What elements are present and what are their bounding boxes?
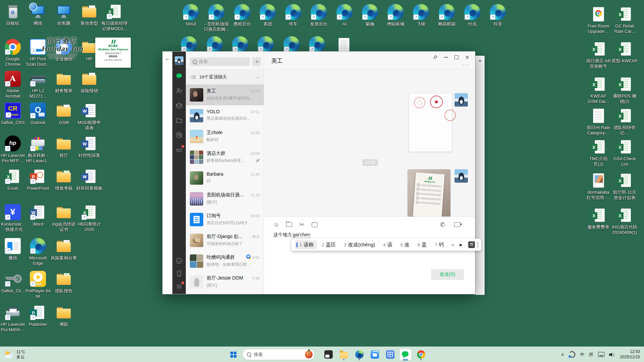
sender-avatar[interactable]	[454, 169, 468, 183]
emoji-icon[interactable]: ☺	[273, 221, 280, 228]
holiday-inn-express-card-icon[interactable]: H 假日酒店 Holiday Inn Express 洲际酒店集团旗下 贵阳机场…	[95, 38, 131, 68]
edge-shortcut-1-icon: ↗	[183, 4, 199, 20]
edge-shortcut-b3-icon: ↗	[232, 36, 248, 52]
chat-history-icon[interactable]	[311, 221, 318, 228]
add-button[interactable]: ＋	[252, 57, 261, 66]
chat-item-10[interactable]: 前厅-Jessie DOM9:48[图片]	[186, 272, 264, 292]
pinned-chats-header[interactable]: 16个置顶聊天	[186, 70, 264, 84]
sender-avatar[interactable]	[454, 93, 468, 107]
more-options-button[interactable]: ···	[463, 62, 470, 67]
ime-candidate-3[interactable]: 3改成(chéng)	[340, 240, 378, 249]
chats-icon[interactable]	[175, 72, 183, 80]
taskbar-app-edge[interactable]	[354, 349, 365, 360]
ime-mode-indicator[interactable]: 拼	[589, 352, 593, 358]
message-input[interactable]: 这个地方gai'chen	[273, 232, 311, 238]
chat-item-9[interactable]: 吐槽码沟通群9:51陈伟明：如果要我们帮...	[186, 251, 264, 272]
mobile-icon[interactable]	[175, 270, 183, 277]
collections-icon[interactable]	[175, 102, 183, 109]
channels-icon[interactable]	[175, 146, 183, 154]
windows-logo-icon	[230, 352, 233, 354]
chat-item-5[interactable]: Barbara11:20好	[186, 168, 264, 188]
taskbar-weather[interactable]: 11°C 多云	[5, 350, 25, 360]
taskbar-clock[interactable]: 12:53 2025/12/15	[620, 349, 640, 360]
chat-item-6[interactable]: 贵阳机场假日酒...11:10[图片]	[186, 188, 264, 209]
sync-icon[interactable]	[569, 351, 575, 358]
service-fee-rate-icon: X	[590, 207, 606, 223]
desktop-icon-targeted-replies[interactable]: W针对性回复	[74, 135, 105, 158]
message-image-hotel-info-card[interactable]: H Holiday Inn	[408, 169, 450, 217]
desktop-icon-intercontinental-folder[interactable]: 洲际	[48, 304, 79, 327]
chat-item-3[interactable]: 王chole12:36帕萨特	[186, 126, 264, 147]
chat-item-8[interactable]: 前厅-Django 彭...昨天可能发的时候点错了	[186, 230, 264, 251]
close-button[interactable]: ✕	[464, 54, 470, 60]
ime-next-page-icon[interactable]: ▶	[458, 243, 465, 247]
desktop-icon-fo-nov-funds-plan[interactable]: X前厅部-11月资金计划表	[609, 172, 640, 200]
ime-candidate-4[interactable]: 4该	[380, 240, 396, 249]
moments-icon[interactable]	[175, 131, 183, 139]
chat-item-1[interactable]: 美工12:52自助洗衣房3楼开放时间...	[186, 84, 264, 105]
desktop-icon-edge-shortcut-13[interactable]: ↗抖音	[482, 4, 513, 27]
desktop-icon-team-reports[interactable]: 团队报告	[48, 271, 79, 294]
back-arrow-icon[interactable]: ←	[165, 56, 170, 62]
desktop-icon-gc-retail-rate[interactable]: XGC RetailRate Car...	[609, 6, 640, 34]
desktop-icon-hb-survey-2025[interactable]: X↗HB问卷统计2025	[74, 204, 105, 232]
pin-icon[interactable]	[432, 54, 438, 60]
desktop-icon-gsa-check-list[interactable]: XGSA CheckList	[609, 139, 640, 167]
search-input[interactable]: 搜索	[190, 57, 250, 66]
desktop-icon-review-reply-template[interactable]: W好评回复模板	[74, 168, 105, 191]
hidden-icons-chevron[interactable]: ∧	[561, 352, 564, 357]
desktop-icon-text-document[interactable]	[328, 37, 359, 53]
taskbar-app-microsoft-store[interactable]	[369, 349, 380, 360]
desktop-icon-insurance-claims[interactable]: 保险报销	[74, 71, 105, 94]
taskbar-search[interactable]: 搜索	[243, 349, 315, 360]
menu-icon[interactable]	[175, 283, 183, 290]
ime-prev-page-icon[interactable]: ◀	[449, 243, 456, 247]
ime-candidate-6[interactable]: 6盖	[414, 240, 430, 249]
ime-tool-icon[interactable]	[468, 241, 475, 248]
taskbar-app-wechat[interactable]	[400, 349, 411, 360]
send-button[interactable]: 发送(S)	[431, 269, 464, 280]
powerpoint-label: PowerPoint	[27, 186, 49, 191]
red-stamp	[430, 96, 443, 108]
message-image-stamped-document[interactable]	[409, 93, 452, 152]
ime-candidate-2[interactable]: 2盖臣	[318, 240, 339, 249]
taskbar-app-calculator[interactable]	[384, 349, 396, 360]
ime-expand-icon[interactable]	[478, 242, 478, 248]
volume-icon[interactable]	[609, 352, 615, 357]
minimize-button[interactable]	[443, 54, 449, 60]
maximize-button[interactable]	[453, 54, 460, 60]
ime-candidate-1[interactable]: 1该称	[295, 240, 317, 249]
contacts-icon[interactable]	[175, 87, 183, 95]
shortcut-arrow-icon: ↗	[5, 215, 10, 220]
taskbar-app-app-dark[interactable]	[323, 349, 334, 360]
file-icon[interactable]	[285, 221, 293, 228]
voice-call-icon[interactable]: ✆	[439, 221, 446, 228]
files-icon[interactable]	[175, 117, 183, 124]
desktop-icon-mod-daily-log[interactable]: X↗每日值班经理记录MOD1...	[99, 3, 130, 31]
desktop-icon-mod-permission-form[interactable]: WMOD权限申请表	[74, 103, 105, 130]
video-call-icon[interactable]	[453, 221, 461, 228]
wechat-files-icon: ↗	[5, 238, 21, 254]
desktop-icon-tonglian-pos-void[interactable]: X通联POS 撤销(2)	[609, 76, 640, 104]
screenshot-icon[interactable]: ✂	[298, 221, 306, 228]
touch-keyboard-icon[interactable]	[598, 352, 604, 357]
desktop-icon-risk-case-sharing[interactable]: 风险案例分享	[48, 238, 79, 261]
desktop-icon-ihg-hotel-codes[interactable]: XIHG酒店代码20240409(1)	[609, 207, 640, 235]
edge-shortcut-11-icon: ↗	[439, 4, 455, 20]
chat-item-2[interactable]: YOLO12:51禁止吸烟请勿在酒店任...	[186, 105, 264, 126]
taskbar-app-chrome[interactable]	[415, 349, 427, 360]
hicard-sub3: GUIYANG AIRPORT	[104, 59, 122, 61]
desktop-icon-roomtype-kweap[interactable]: X房型-KWEAP	[609, 41, 640, 64]
start-button[interactable]	[228, 349, 239, 360]
chat-item-4[interactable]: 酒店大群12:09财务部Barbara张英...	[186, 147, 264, 168]
desktop-icon-group-reception-log[interactable]: X团队招待登记-...	[609, 108, 640, 135]
ime-language-indicator[interactable]: 中	[580, 352, 584, 358]
ime-candidate-5[interactable]: 5改	[397, 240, 413, 249]
taskbar-app-file-explorer[interactable]	[338, 349, 350, 360]
background-window-close-icon[interactable]: ✕	[478, 59, 482, 63]
user-avatar[interactable]	[175, 56, 183, 65]
chat-item-7[interactable]: 订阅号10:00酒店日记HOTELDAILY: ...	[186, 209, 264, 230]
ime-candidate-7[interactable]: 7钙	[431, 240, 447, 249]
desktop-icon-edge-shortcut-b6[interactable]: ↗	[302, 36, 332, 52]
phone-link-icon[interactable]	[175, 257, 183, 264]
